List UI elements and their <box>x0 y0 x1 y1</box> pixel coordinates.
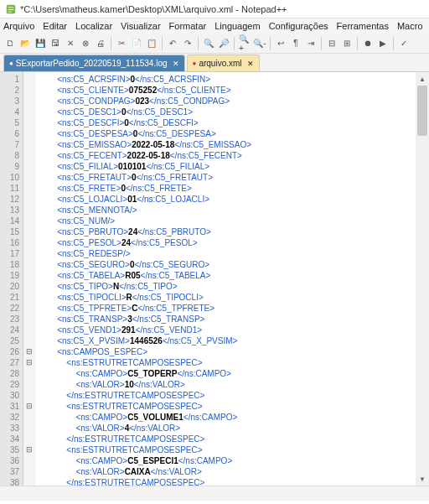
code-line[interactable]: <ns:CAMPO>C5_VOLUME1</ns:CAMPO> <box>39 412 429 423</box>
fold-toggle[interactable]: ⊟ <box>23 346 34 357</box>
menu-configurações[interactable]: Configurações <box>269 21 328 31</box>
code-line[interactable]: <ns:C5_FILIAL>010101</ns:C5_FILIAL> <box>39 161 429 172</box>
line-number: 28 <box>0 368 19 379</box>
code-line[interactable]: <ns:C5_PESOL>24</ns:C5_PESOL> <box>39 237 429 248</box>
code-line[interactable]: <ns:C5_ACRSFIN>0</ns:C5_ACRSFIN> <box>39 74 429 85</box>
svg-rect-3 <box>8 11 12 12</box>
code-line[interactable]: <ns:CAMPOS_ESPEC> <box>39 346 429 357</box>
line-number: 1 <box>0 74 19 85</box>
code-line[interactable]: <ns:ESTRUTRETCAMPOSESPEC> <box>39 444 429 455</box>
code-line[interactable]: </ns:ESTRUTRETCAMPOSESPEC> <box>39 434 429 444</box>
scroll-up-arrow[interactable]: ▲ <box>416 72 429 86</box>
print-button[interactable]: 🖨 <box>94 37 107 50</box>
spell-button[interactable]: ✓ <box>397 37 411 50</box>
fold-toggle[interactable]: ⊟ <box>23 357 34 368</box>
menu-formatar[interactable]: Formatar <box>169 21 207 31</box>
toolbar: 🗋📂💾🖫✕⊗🖨✂📄📋↶↷🔍🔎🔍+🔍-↩¶⇥⊟⊞⏺▶✓ <box>0 34 429 54</box>
fold-toggle[interactable]: ⊟ <box>23 444 34 455</box>
code-line[interactable]: <ns:C5_TIPOCLI>R</ns:C5_TIPOCLI> <box>39 292 429 303</box>
code-line[interactable]: <ns:C5_TIPO>N</ns:C5_TIPO> <box>39 281 429 292</box>
redo-button[interactable]: ↷ <box>181 37 194 50</box>
line-number: 15 <box>0 226 19 237</box>
chars-button[interactable]: ¶ <box>289 37 302 50</box>
line-number: 17 <box>0 248 19 259</box>
fold-toggle <box>23 325 34 335</box>
save-button[interactable]: 💾 <box>34 37 47 50</box>
code-line[interactable]: <ns:CAMPO>C5_TOPERP</ns:CAMPO> <box>39 368 429 379</box>
menu-ferramentas[interactable]: Ferramentas <box>337 21 389 31</box>
tab-active[interactable]: ●arquivo.xml✕ <box>187 55 260 71</box>
code-line[interactable]: <ns:C5_LOJACLI>01</ns:C5_LOJACLI> <box>39 194 429 205</box>
copy-button[interactable]: 📄 <box>130 37 143 50</box>
menu-localizar[interactable]: Localizar <box>75 21 112 31</box>
code-line[interactable]: <ns:C5_DESPESA>0</ns:C5_DESPESA> <box>39 128 429 139</box>
paste-button[interactable]: 📋 <box>145 37 158 50</box>
scroll-down-arrow[interactable]: ▼ <box>416 472 429 486</box>
fold-button[interactable]: ⊟ <box>325 37 339 50</box>
code-line[interactable]: <ns:C5_TRANSP>3</ns:C5_TRANSP> <box>39 314 429 325</box>
close-button[interactable]: ✕ <box>64 37 77 50</box>
close-tab-icon[interactable]: ✕ <box>173 60 179 68</box>
line-number: 18 <box>0 259 19 270</box>
code-line[interactable]: <ns:C5_CLIENTE>075252</ns:C5_CLIENTE> <box>39 85 429 96</box>
code-line[interactable]: <ns:C5_FRETE>0</ns:C5_FRETE> <box>39 183 429 194</box>
menu-arquivo[interactable]: Arquivo <box>3 21 34 31</box>
code-line[interactable]: <ns:VALOR>CAIXA</ns:VALOR> <box>39 466 429 477</box>
fold-toggle <box>23 237 34 248</box>
code-line[interactable]: <ns:C5_NUM/> <box>39 216 429 226</box>
menu-linguagem[interactable]: Linguagem <box>214 21 260 31</box>
code-line[interactable]: <ns:ESTRUTRETCAMPOSESPEC> <box>39 401 429 412</box>
tab-inactive[interactable]: ●SExportarPedido_20220519_111534.log✕ <box>3 55 185 71</box>
line-number: 35 <box>0 444 19 455</box>
code-line[interactable]: <ns:C5_PBRUTO>24</ns:C5_PBRUTO> <box>39 226 429 237</box>
indent-button[interactable]: ⇥ <box>304 37 318 50</box>
code-line[interactable]: <ns:C5_FRETAUT>0</ns:C5_FRETAUT> <box>39 172 429 183</box>
code-line[interactable]: <ns:C5_VEND1>291</ns:C5_VEND1> <box>39 325 429 335</box>
find-button[interactable]: 🔍 <box>202 37 215 50</box>
undo-button[interactable]: ↶ <box>166 37 179 50</box>
vertical-scrollbar[interactable]: ▲ ▼ <box>416 72 429 486</box>
code-content[interactable]: <ns:C5_ACRSFIN>0</ns:C5_ACRSFIN> <ns:C5_… <box>35 72 429 486</box>
code-line[interactable]: <ns:C5_EMISSAO>2022-05-18</ns:C5_EMISSAO… <box>39 139 429 150</box>
code-line[interactable]: <ns:C5_REDESP/> <box>39 248 429 259</box>
code-line[interactable]: <ns:CAMPO>C5_ESPECI1</ns:CAMPO> <box>39 455 429 466</box>
fold-toggle <box>23 216 34 226</box>
line-number: 8 <box>0 150 19 161</box>
code-line[interactable]: <ns:VALOR>4</ns:VALOR> <box>39 423 429 434</box>
zoomin-button[interactable]: 🔍+ <box>238 37 251 50</box>
code-line[interactable]: <ns:VALOR>10</ns:VALOR> <box>39 379 429 390</box>
code-line[interactable]: <ns:C5_CONDPAG>023</ns:C5_CONDPAG> <box>39 96 429 107</box>
fold-toggle <box>23 150 34 161</box>
code-line[interactable]: <ns:C5_X_PVSIM>1446526</ns:C5_X_PVSIM> <box>39 335 429 346</box>
replace-button[interactable]: 🔎 <box>217 37 230 50</box>
wrap-button[interactable]: ↩ <box>274 37 287 50</box>
menu-editar[interactable]: Editar <box>43 21 67 31</box>
app-icon <box>5 3 17 15</box>
code-line[interactable]: <ns:C5_MENNOTA/> <box>39 205 429 216</box>
code-line[interactable]: <ns:C5_FECENT>2022-05-18</ns:C5_FECENT> <box>39 150 429 161</box>
saveall-button[interactable]: 🖫 <box>49 37 62 50</box>
code-line[interactable]: <ns:C5_SEGURO>0</ns:C5_SEGURO> <box>39 259 429 270</box>
line-number: 34 <box>0 434 19 444</box>
closeall-button[interactable]: ⊗ <box>79 37 92 50</box>
new-button[interactable]: 🗋 <box>3 37 17 50</box>
cut-button[interactable]: ✂ <box>115 37 128 50</box>
code-line[interactable]: <ns:ESTRUTRETCAMPOSESPEC> <box>39 357 429 368</box>
code-line[interactable]: <ns:C5_DESC1>0</ns:C5_DESC1> <box>39 107 429 117</box>
open-button[interactable]: 📂 <box>18 37 32 50</box>
code-line[interactable]: </ns:ESTRUTRETCAMPOSESPEC> <box>39 390 429 401</box>
close-tab-icon[interactable]: ✕ <box>247 60 254 68</box>
unfold-button[interactable]: ⊞ <box>340 37 354 50</box>
fold-toggle <box>23 107 34 117</box>
zoomout-button[interactable]: 🔍- <box>253 37 266 50</box>
menu-macro[interactable]: Macro <box>397 21 423 31</box>
code-line[interactable]: </ns:ESTRUTRETCAMPOSESPEC> <box>39 477 429 486</box>
fold-toggle[interactable]: ⊟ <box>23 401 34 412</box>
code-line[interactable]: <ns:C5_TPFRETE>C</ns:C5_TPFRETE> <box>39 303 429 314</box>
menu-visualizar[interactable]: Visualizar <box>121 21 161 31</box>
rec-button[interactable]: ⏺ <box>361 37 375 50</box>
code-line[interactable]: <ns:C5_DESCFI>0</ns:C5_DESCFI> <box>39 117 429 128</box>
scroll-thumb[interactable] <box>417 86 427 136</box>
play-button[interactable]: ▶ <box>376 37 390 50</box>
code-line[interactable]: <ns:C5_TABELA>R05</ns:C5_TABELA> <box>39 270 429 281</box>
